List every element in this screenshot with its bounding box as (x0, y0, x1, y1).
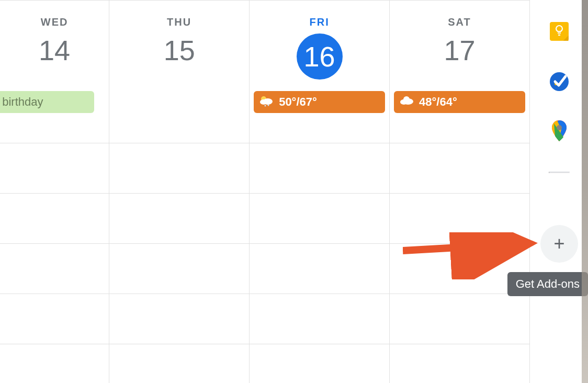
weather-partly-cloudy-icon (259, 94, 274, 110)
event-weather-fri[interactable]: 50°/67° (254, 91, 385, 113)
weather-temp: 50°/67° (279, 95, 317, 109)
weather-cloudy-icon (399, 95, 414, 109)
day-number-today[interactable]: 16 (297, 33, 343, 80)
maps-icon (552, 120, 567, 143)
keep-icon (550, 22, 569, 41)
day-name-label: SAT (390, 16, 529, 28)
weather-temp: 48°/64° (419, 95, 457, 109)
side-panel: + Get Add-ons (529, 0, 588, 383)
maps-button[interactable] (549, 121, 570, 142)
get-addons-button[interactable]: + (540, 225, 578, 263)
svg-point-7 (403, 96, 410, 103)
day-name-label: FRI (250, 16, 389, 28)
day-number-label[interactable]: 14 (39, 33, 70, 67)
svg-point-2 (260, 99, 267, 105)
event-weather-sat[interactable]: 48°/64° (394, 91, 525, 113)
day-number-label[interactable]: 17 (444, 33, 476, 67)
day-header: WED 14 (0, 1, 109, 89)
tasks-icon (550, 72, 569, 91)
day-number-label[interactable]: 15 (164, 33, 195, 67)
day-column-thu[interactable]: THU 15 (109, 1, 250, 383)
event-birthday[interactable]: l's birthday (0, 91, 94, 113)
get-addons-tooltip: Get Add-ons (507, 272, 588, 296)
svg-point-3 (265, 105, 266, 107)
window-edge (582, 0, 588, 383)
svg-point-11 (557, 125, 562, 130)
svg-point-4 (268, 105, 269, 106)
day-header: SAT 17 (390, 1, 529, 89)
day-name-label: WED (0, 16, 109, 28)
side-divider (549, 172, 570, 173)
keep-button[interactable] (549, 21, 570, 42)
tasks-button[interactable] (549, 71, 570, 92)
day-header: THU 15 (109, 1, 249, 89)
plus-icon: + (553, 233, 564, 255)
day-column-fri[interactable]: FRI 16 (250, 1, 390, 383)
day-header: FRI 16 (250, 1, 389, 89)
calendar-grid[interactable]: WED 14 l's birthday THU 15 (0, 0, 529, 383)
day-name-label: THU (109, 16, 249, 28)
day-column-wed[interactable]: WED 14 l's birthday (0, 1, 109, 383)
day-column-sat[interactable]: SAT 17 48°/64 (390, 1, 529, 383)
